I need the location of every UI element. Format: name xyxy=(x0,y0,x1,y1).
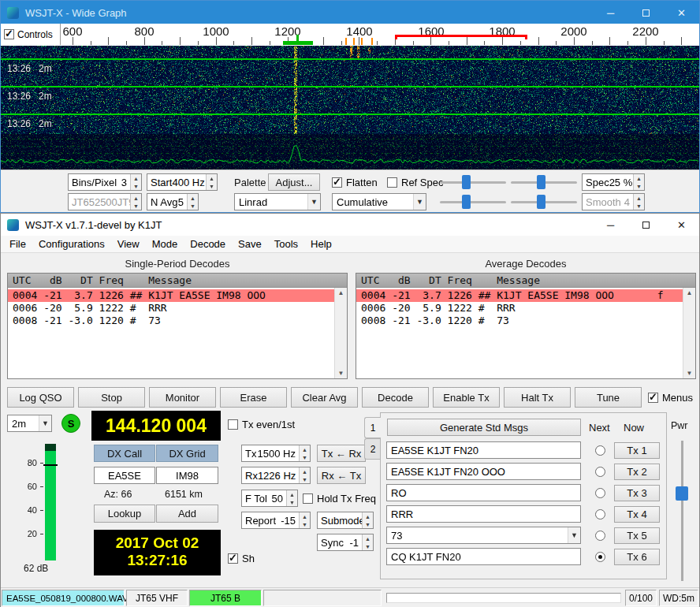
sync-spinner[interactable]: Sync-1 ▲▼ xyxy=(317,534,374,551)
start-freq-spinner[interactable]: Start400 Hz ▲▼ xyxy=(147,173,218,191)
sh-checkbox[interactable]: Sh xyxy=(228,553,255,564)
chevron-down-icon[interactable]: ▼ xyxy=(131,182,141,190)
chevron-down-icon[interactable]: ▼ xyxy=(39,415,51,431)
spinner-arrows[interactable]: ▲▼ xyxy=(299,512,310,528)
chevron-down-icon[interactable]: ▼ xyxy=(207,182,217,190)
tx5-message-combo[interactable]: 73 ▼ xyxy=(386,527,581,544)
tune-button[interactable]: Tune xyxy=(575,387,642,408)
main-titlebar[interactable]: WSJT-X v1.7.1-devel by K1JT ─ ✕ xyxy=(1,214,699,236)
checkbox-icon[interactable] xyxy=(387,177,397,188)
checkbox-icon[interactable] xyxy=(303,493,313,504)
chevron-up-icon[interactable]: ▲ xyxy=(300,467,310,475)
stop-button[interactable]: Stop xyxy=(78,387,145,408)
chevron-down-icon[interactable]: ▼ xyxy=(307,194,320,210)
dx-grid-button[interactable]: DX Grid xyxy=(156,445,218,462)
erase-button[interactable]: Erase xyxy=(220,387,287,408)
checkbox-icon[interactable] xyxy=(332,177,342,188)
tx2-message-input[interactable]: EA5SE K1JT FN20 OOO xyxy=(386,463,581,480)
tx5-next-radio[interactable] xyxy=(595,531,605,541)
spinner-arrows[interactable]: ▲▼ xyxy=(633,174,644,190)
tx2-now-button[interactable]: Tx 2 xyxy=(614,464,660,480)
spectrum-zero-slider[interactable] xyxy=(511,194,577,210)
tx2-next-radio[interactable] xyxy=(595,467,605,477)
maximize-button[interactable] xyxy=(628,1,664,24)
pwr-slider-handle[interactable] xyxy=(676,486,688,501)
ref-spec-checkbox[interactable]: Ref Spec xyxy=(387,177,443,188)
generate-std-msgs-button[interactable]: Generate Std Msgs xyxy=(387,419,581,436)
chevron-down-icon[interactable]: ▼ xyxy=(568,527,580,543)
checkbox-icon[interactable] xyxy=(228,419,238,430)
close-button[interactable]: ✕ xyxy=(664,214,699,236)
adjust-button[interactable]: Adjust... xyxy=(268,173,320,191)
tx-even-checkbox[interactable]: Tx even/1st xyxy=(228,419,295,430)
minimize-button[interactable]: ─ xyxy=(593,1,628,24)
decode-row[interactable]: 0008 -21 -3.0 1220 # 73 xyxy=(8,315,334,327)
chevron-up-icon[interactable]: ▲ xyxy=(131,174,141,182)
spectrum-gain-slider[interactable] xyxy=(440,194,506,210)
hold-tx-freq-checkbox[interactable]: Hold Tx Freq xyxy=(303,493,376,505)
menu-help[interactable]: Help xyxy=(304,236,338,252)
chevron-up-icon[interactable]: ▲ xyxy=(363,512,373,520)
decode-row[interactable]: 0004 -21 3.7 1226 ## K1JT EA5SE IM98 OOO… xyxy=(8,289,334,302)
menus-checkbox[interactable]: Menus xyxy=(648,392,693,404)
menu-file[interactable]: File xyxy=(3,236,32,252)
pwr-slider-groove[interactable] xyxy=(681,441,683,581)
log-qso-button[interactable]: Log QSO xyxy=(7,387,74,408)
clear-avg-button[interactable]: Clear Avg xyxy=(291,387,358,408)
chevron-up-icon[interactable]: ▲ xyxy=(300,512,310,520)
tx-freq-spinner[interactable]: Tx1500 Hz ▲▼ xyxy=(241,445,311,462)
decode-row[interactable]: 0006 -20 5.9 1222 # RRR xyxy=(8,302,334,315)
chevron-down-icon[interactable]: ▼ xyxy=(338,370,344,377)
close-button[interactable]: ✕ xyxy=(664,1,699,24)
decode-row[interactable]: 0006 -20 5.9 1222 # RRR xyxy=(356,302,683,315)
menu-tools[interactable]: Tools xyxy=(268,236,304,252)
chevron-up-icon[interactable]: ▲ xyxy=(287,490,297,498)
chevron-down-icon[interactable]: ▼ xyxy=(300,475,310,483)
band-combo[interactable]: 2m ▼ xyxy=(7,415,52,432)
tx1-now-button[interactable]: Tx 1 xyxy=(614,442,660,459)
dx-call-button[interactable]: DX Call xyxy=(94,445,155,462)
chevron-up-icon[interactable]: ▲ xyxy=(207,174,217,182)
controls-toggle[interactable]: Controls xyxy=(1,24,61,45)
dx-grid-input[interactable]: IM98 xyxy=(156,467,218,484)
tx5-now-button[interactable]: Tx 5 xyxy=(614,527,660,544)
menu-decode[interactable]: Decode xyxy=(184,236,232,252)
status-indicator[interactable]: S xyxy=(61,414,80,433)
maximize-button[interactable] xyxy=(628,214,664,236)
tx6-message-input[interactable]: CQ K1JT FN20 xyxy=(386,548,581,565)
halt-tx-button[interactable]: Halt Tx xyxy=(504,387,571,408)
lookup-button[interactable]: Lookup xyxy=(94,505,155,523)
f-tol-spinner[interactable]: F Tol50 ▲▼ xyxy=(241,490,298,507)
chevron-down-icon[interactable]: ▼ xyxy=(300,453,310,461)
chevron-up-icon[interactable]: ▲ xyxy=(300,445,310,453)
monitor-button[interactable]: Monitor xyxy=(149,387,216,408)
tab-2[interactable]: 2 xyxy=(364,438,381,460)
menu-configurations[interactable]: Configurations xyxy=(32,236,111,252)
spinner-arrows[interactable]: ▲▼ xyxy=(362,534,373,550)
spinner-arrows[interactable]: ▲▼ xyxy=(362,512,373,528)
tx4-next-radio[interactable] xyxy=(595,509,605,519)
menu-view[interactable]: View xyxy=(111,236,146,252)
chevron-down-icon[interactable]: ▼ xyxy=(188,202,198,210)
n-avg-spinner[interactable]: N Avg5 ▲▼ xyxy=(147,193,199,210)
chevron-down-icon[interactable]: ▼ xyxy=(363,542,373,550)
palette-combo[interactable]: Linrad ▼ xyxy=(234,193,321,210)
chevron-down-icon[interactable]: ▼ xyxy=(363,520,373,528)
wide-graph-titlebar[interactable]: WSJT-X - Wide Graph ─ ✕ xyxy=(1,1,699,24)
decode-row[interactable]: 0004 -21 3.7 1226 ## K1JT EA5SE IM98 OOO… xyxy=(356,289,683,302)
chevron-up-icon[interactable]: ▲ xyxy=(363,534,373,542)
waterfall-gain-slider[interactable] xyxy=(440,174,506,190)
spinner-arrows[interactable]: ▲▼ xyxy=(187,194,198,210)
spinner-arrows[interactable]: ▲▼ xyxy=(286,490,297,506)
decode-row[interactable]: 0008 -21 -3.0 1220 # 73 xyxy=(356,315,683,327)
tx3-next-radio[interactable] xyxy=(595,488,605,498)
tx-from-rx-button[interactable]: Tx ← Rx xyxy=(317,445,366,462)
tx6-next-radio[interactable] xyxy=(595,552,605,562)
slider-handle[interactable] xyxy=(537,175,545,189)
chevron-up-icon[interactable]: ▲ xyxy=(338,289,344,296)
spinner-arrows[interactable]: ▲▼ xyxy=(206,174,217,190)
checkbox-icon[interactable] xyxy=(4,29,14,39)
spinner-arrows[interactable]: ▲▼ xyxy=(130,174,141,190)
tx1-message-input[interactable]: EA5SE K1JT FN20 xyxy=(386,441,581,459)
chevron-down-icon[interactable]: ▼ xyxy=(287,498,297,506)
